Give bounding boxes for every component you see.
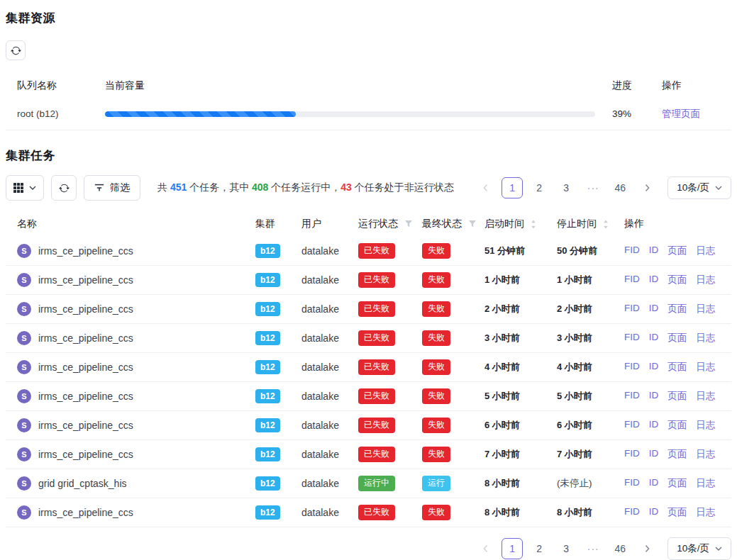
row-actions: FID ID 页面 日志 [624, 303, 731, 315]
fid-link[interactable]: FID [624, 477, 640, 490]
prev-page-button[interactable] [475, 177, 496, 198]
manage-page-link[interactable]: 管理页面 [662, 108, 700, 119]
run-status-badge: 已失败 [358, 301, 395, 317]
fid-link[interactable]: FID [624, 332, 640, 345]
next-page-button[interactable] [636, 538, 658, 559]
page-link[interactable]: 页面 [667, 332, 687, 345]
start-time-header: 启动时间 [484, 218, 524, 230]
page-ellipsis[interactable]: ··· [582, 177, 604, 198]
page-button-3[interactable]: 3 [555, 177, 577, 198]
sort-icon[interactable] [531, 220, 536, 229]
id-link[interactable]: ID [649, 303, 659, 315]
task-name: irms_ce_pipeline_ccs [38, 245, 133, 257]
page-link[interactable]: 页面 [667, 506, 687, 519]
page-button-46[interactable]: 46 [609, 538, 631, 559]
queue-name-header: 队列名称 [6, 79, 105, 92]
log-link[interactable]: 日志 [696, 448, 715, 461]
row-actions: FID ID 页面 日志 [624, 477, 731, 490]
funnel-icon[interactable] [468, 220, 477, 228]
task-name: irms_ce_pipeline_ccs [38, 332, 133, 344]
table-row: S irms_ce_pipeline_ccs b12 datalake 已失败 … [6, 440, 731, 469]
table-row: S irms_ce_pipeline_ccs b12 datalake 已失败 … [6, 324, 731, 353]
page-link[interactable]: 页面 [667, 477, 687, 490]
fid-link[interactable]: FID [624, 245, 640, 257]
fid-link[interactable]: FID [624, 390, 640, 403]
fid-link[interactable]: FID [624, 448, 640, 461]
sort-icon[interactable] [603, 220, 609, 229]
run-status-badge: 已失败 [358, 447, 395, 462]
page-ellipsis[interactable]: ··· [582, 538, 604, 559]
page-button-2[interactable]: 2 [528, 538, 550, 559]
tasks-section-title: 集群任务 [6, 147, 731, 164]
final-status-badge: 失败 [422, 359, 450, 375]
log-link[interactable]: 日志 [696, 419, 715, 432]
start-time: 2 小时前 [484, 303, 557, 315]
next-page-button[interactable] [636, 177, 658, 198]
id-link[interactable]: ID [649, 361, 659, 374]
prev-page-button[interactable] [475, 538, 496, 559]
tasks-refresh-button[interactable] [51, 175, 77, 201]
log-link[interactable]: 日志 [696, 274, 715, 286]
fid-link[interactable]: FID [624, 419, 640, 432]
fid-link[interactable]: FID [624, 274, 640, 286]
table-row: S irms_ce_pipeline_ccs b12 datalake 已失败 … [6, 411, 731, 440]
page-link[interactable]: 页面 [667, 448, 687, 461]
page-button-1[interactable]: 1 [502, 538, 523, 559]
page-size-select[interactable]: 10条/页 [667, 177, 731, 199]
page-button-1[interactable]: 1 [502, 177, 523, 198]
page-link[interactable]: 页面 [667, 303, 687, 315]
page-link[interactable]: 页面 [667, 390, 687, 403]
avatar: S [17, 331, 31, 345]
page-link[interactable]: 页面 [667, 419, 687, 432]
log-link[interactable]: 日志 [696, 361, 715, 374]
funnel-icon[interactable] [404, 220, 413, 228]
chevron-down-icon [29, 186, 36, 190]
task-name-cell: S irms_ce_pipeline_ccs [6, 447, 255, 461]
task-name: grid grid_cptask_his [38, 478, 127, 489]
fid-link[interactable]: FID [624, 361, 640, 374]
page-button-46[interactable]: 46 [609, 177, 631, 198]
row-actions: FID ID 页面 日志 [624, 332, 731, 345]
row-actions: FID ID 页面 日志 [624, 448, 731, 461]
stop-time: 5 小时前 [557, 390, 624, 403]
start-time: 6 小时前 [484, 419, 557, 432]
log-link[interactable]: 日志 [696, 506, 715, 519]
page-link[interactable]: 页面 [667, 274, 687, 286]
table-row: S irms_ce_pipeline_ccs b12 datalake 已失败 … [6, 237, 731, 266]
log-link[interactable]: 日志 [696, 332, 715, 345]
cluster-badge: b12 [255, 476, 280, 491]
id-link[interactable]: ID [649, 448, 659, 461]
avatar: S [17, 476, 31, 491]
id-link[interactable]: ID [649, 332, 659, 345]
fid-link[interactable]: FID [624, 303, 640, 315]
log-link[interactable]: 日志 [696, 245, 715, 257]
fid-link[interactable]: FID [624, 506, 640, 519]
user-cell: datalake [301, 362, 358, 373]
log-link[interactable]: 日志 [696, 303, 715, 315]
id-link[interactable]: ID [649, 477, 659, 490]
table-row: S irms_ce_pipeline_ccs b12 datalake 已失败 … [6, 382, 731, 411]
page-button-2[interactable]: 2 [528, 177, 550, 198]
stop-time: 3 小时前 [557, 332, 624, 345]
run-status-badge: 已失败 [358, 418, 395, 433]
page-link[interactable]: 页面 [667, 245, 687, 257]
resources-refresh-button[interactable] [6, 40, 26, 60]
start-time: 3 小时前 [484, 332, 557, 345]
id-link[interactable]: ID [649, 274, 659, 286]
stop-time: 1 小时前 [557, 274, 624, 286]
log-link[interactable]: 日志 [696, 477, 715, 490]
page-size-select[interactable]: 10条/页 [667, 537, 731, 560]
table-row: S irms_ce_pipeline_ccs b12 datalake 已失败 … [6, 498, 731, 527]
page-link[interactable]: 页面 [667, 361, 687, 374]
final-status-badge: 失败 [422, 505, 450, 520]
log-link[interactable]: 日志 [696, 390, 715, 403]
filter-button[interactable]: 筛选 [84, 175, 140, 201]
id-link[interactable]: ID [649, 245, 659, 257]
page-button-3[interactable]: 3 [555, 538, 577, 559]
task-name-cell: S irms_ce_pipeline_ccs [6, 244, 255, 258]
id-link[interactable]: ID [649, 506, 659, 519]
column-settings-button[interactable] [6, 175, 44, 201]
table-row: S irms_ce_pipeline_ccs b12 datalake 已失败 … [6, 353, 731, 382]
id-link[interactable]: ID [649, 390, 659, 403]
id-link[interactable]: ID [649, 419, 659, 432]
